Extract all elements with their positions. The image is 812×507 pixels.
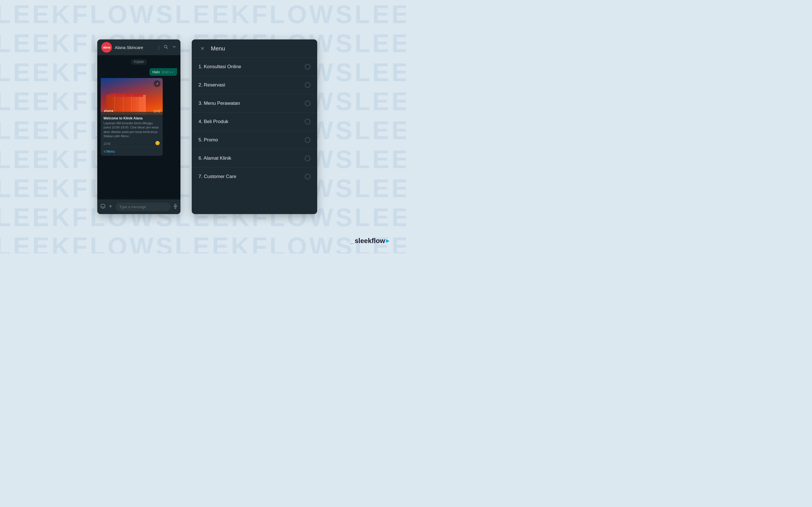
sent-message-text: Halo <box>152 70 160 74</box>
header-icons <box>163 45 176 50</box>
menu-item-label-1: 1. Konsultasi Online <box>199 64 241 69</box>
chat-body: TODAY Halo 13:42 ✓✓ <box>97 55 181 200</box>
double-check-icon: ✓✓ <box>169 70 174 74</box>
chat-footer <box>97 200 181 214</box>
sent-message-time: 13:42 ✓✓ <box>161 70 174 74</box>
radio-1 <box>305 64 310 69</box>
main-container: alana Alana Skincare | <box>0 0 406 253</box>
menu-item-label-3: 3. Menu Perawatan <box>199 101 240 106</box>
date-divider: TODAY <box>101 59 177 65</box>
image-timestamp: 13:42 <box>153 110 160 113</box>
avatar-text: alana <box>103 46 110 49</box>
chevron-down-icon[interactable] <box>172 45 176 50</box>
svg-rect-14 <box>175 204 176 207</box>
date-badge: TODAY <box>131 59 147 65</box>
mic-icon[interactable] <box>173 204 178 210</box>
radio-6 <box>305 156 310 161</box>
menu-item-label-7: 7. Customer Care <box>199 174 236 179</box>
chat-panel: alana Alana Skincare | <box>97 40 181 214</box>
menu-header: Menu <box>192 40 317 58</box>
bubble-footer: 13:42 😊 <box>101 140 163 147</box>
menu-item-label-6: 6. Alamat Klinik <box>199 156 231 161</box>
menu-items-list: 1. Konsultasi Online 2. Reservasi 3. Men… <box>192 58 317 214</box>
menu-link[interactable]: ≡ Menu <box>101 147 163 156</box>
attach-icon[interactable] <box>108 204 113 210</box>
menu-item-label-2: 2. Reservasi <box>199 82 225 88</box>
menu-item-5[interactable]: 5. Promo <box>192 131 317 149</box>
bubble-image: alana ↗ 13:42 <box>101 78 163 115</box>
close-button[interactable] <box>199 45 206 52</box>
alana-logo-on-image: alana <box>104 109 113 112</box>
menu-item-label-5: 5. Promo <box>199 137 218 143</box>
sent-message-bubble: Halo 13:42 ✓✓ <box>149 68 177 76</box>
menu-item-7[interactable]: 7. Customer Care <box>192 168 317 186</box>
menu-item-6[interactable]: 6. Alamat Klinik <box>192 149 317 168</box>
sleekflow-brand-text: sleekflow <box>355 237 385 245</box>
svg-point-9 <box>101 204 105 208</box>
svg-rect-3 <box>109 94 143 97</box>
menu-link-text: ≡ Menu <box>103 150 115 154</box>
chat-header: alana Alana Skincare | <box>97 40 181 55</box>
bubble-time: 13:42 <box>103 142 110 145</box>
bubble-description: Layanan WA tersedia Senin-Minggu pukul 1… <box>103 121 160 138</box>
radio-7 <box>305 174 310 179</box>
forward-button[interactable]: ↗ <box>154 80 160 87</box>
bubble-content: Welcome to Klinik Alana Layanan WA terse… <box>101 115 163 140</box>
radio-3 <box>305 101 310 106</box>
emoji-icon[interactable] <box>100 203 106 210</box>
received-message-bubble: alana ↗ 13:42 Welcome to Klinik Alana La… <box>101 78 163 156</box>
message-input[interactable] <box>115 203 170 211</box>
menu-title: Menu <box>211 45 225 52</box>
bubble-title: Welcome to Klinik Alana <box>103 116 160 120</box>
menu-item-1[interactable]: 1. Konsultasi Online <box>192 58 317 76</box>
menu-item-3[interactable]: 3. Menu Perawatan <box>192 94 317 113</box>
menu-item-label-4: 4. Beli Produk <box>199 119 229 124</box>
radio-5 <box>305 137 310 143</box>
avatar: alana <box>101 42 112 53</box>
sleekflow-logo: _ sleekflow ▸ <box>350 236 389 245</box>
menu-item-2[interactable]: 2. Reservasi <box>192 76 317 94</box>
svg-line-1 <box>167 48 168 49</box>
radio-2 <box>305 82 310 88</box>
menu-panel: Menu 1. Konsultasi Online 2. Reservasi 3… <box>192 40 317 214</box>
search-icon[interactable] <box>163 45 168 50</box>
radio-4 <box>305 119 310 124</box>
chat-title: Alana Skincare <box>115 45 154 50</box>
emoji-reaction: 😊 <box>155 141 160 145</box>
menu-item-4[interactable]: 4. Beli Produk <box>192 113 317 131</box>
header-divider: | <box>158 45 160 50</box>
